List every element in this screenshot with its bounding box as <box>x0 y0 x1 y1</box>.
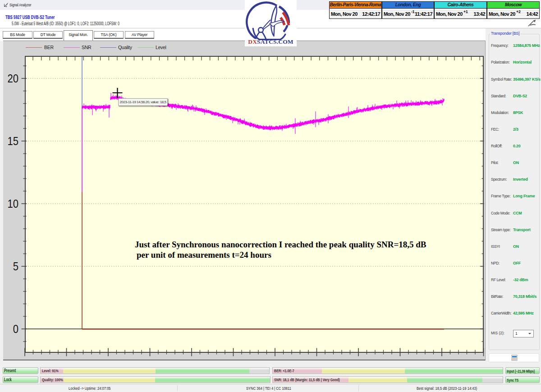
svg-text:20: 20 <box>8 73 18 85</box>
svg-text:15: 15 <box>8 135 18 148</box>
svg-text:5: 5 <box>13 260 18 273</box>
svg-text:0: 0 <box>13 323 18 336</box>
svg-text:10: 10 <box>8 198 18 210</box>
